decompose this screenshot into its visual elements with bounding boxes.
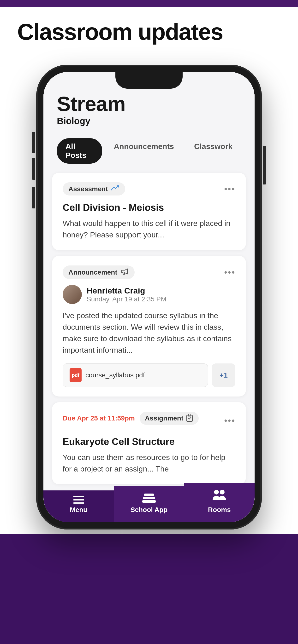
assignment-tag-row: Due Apr 25 at 11:59pm Assignment [63, 412, 235, 430]
svg-rect-3 [142, 500, 156, 503]
author-avatar [63, 285, 82, 304]
announcement-icon [120, 268, 129, 277]
pdf-icon: pdf [70, 368, 82, 382]
screen-content: Stream Biology All Posts Announcements C… [43, 72, 255, 522]
announcement-tag-row: Announcement ••• [63, 266, 235, 279]
assignment-tag-text: Assignment [145, 414, 183, 422]
rooms-nav-item[interactable]: Rooms [184, 483, 255, 522]
announcement-tag: Announcement [63, 266, 135, 279]
announcement-tag-text: Announcement [68, 268, 117, 276]
card-tag-row: Assessment ••• [63, 182, 235, 196]
assignment-card-body: You can use them as resources to go to f… [63, 452, 235, 474]
announcement-more-button[interactable]: ••• [224, 268, 235, 278]
author-name: Henrietta Craig [87, 286, 167, 296]
school-app-nav-item[interactable]: School App [114, 486, 184, 522]
attachment-more-button[interactable]: +1 [212, 364, 235, 387]
assessment-tag-text: Assessment [68, 185, 108, 193]
phone-mockup: Stream Biology All Posts Announcements C… [36, 65, 262, 530]
rooms-label: Rooms [208, 506, 231, 514]
author-info: Henrietta Craig Sunday, Apr 19 at 2:35 P… [87, 286, 167, 303]
announcement-card: Announcement ••• [52, 256, 246, 396]
bottom-nav: Menu School App [43, 474, 255, 522]
author-row: Henrietta Craig Sunday, Apr 19 at 2:35 P… [63, 285, 235, 304]
top-bar [0, 0, 298, 7]
assignment-card-title: Eukaryote Cell Structure [63, 435, 235, 448]
attachment-item[interactable]: pdf course_syllabus.pdf [63, 364, 208, 387]
menu-nav-item[interactable]: Menu [43, 490, 114, 522]
phone-notch [115, 72, 183, 89]
assignment-tag: Assignment [140, 412, 199, 425]
page-title: Classroom updates [17, 19, 223, 44]
attachment-row: pdf course_syllabus.pdf +1 [63, 364, 235, 387]
tab-classwork[interactable]: Classwork [186, 138, 241, 164]
assessment-icon [111, 185, 119, 193]
svg-point-5 [220, 490, 225, 494]
stream-subtitle: Biology [57, 116, 241, 126]
due-row: Due Apr 25 at 11:59pm Assignment [63, 412, 199, 425]
stream-title: Stream [57, 94, 241, 114]
svg-point-4 [214, 490, 219, 494]
assessment-tag: Assessment [63, 182, 125, 196]
cards-area: Assessment ••• [43, 170, 255, 486]
tab-all-posts[interactable]: All Posts [57, 138, 102, 164]
assessment-card-body: What would happen to this cell if it wer… [63, 218, 235, 240]
rooms-icon [212, 489, 226, 504]
phone-screen: Stream Biology All Posts Announcements C… [43, 72, 255, 522]
assignment-more-button[interactable]: ••• [224, 416, 235, 426]
assessment-card-title: Cell Division - Meiosis [63, 201, 235, 214]
school-app-label: School App [130, 506, 168, 514]
tab-announcements[interactable]: Announcements [105, 138, 183, 164]
due-label: Due Apr 25 at 11:59pm [63, 414, 135, 422]
menu-icon [73, 496, 84, 504]
author-date: Sunday, Apr 19 at 2:35 PM [87, 296, 167, 303]
card-more-button[interactable]: ••• [224, 184, 235, 194]
bottom-purple-section [0, 534, 298, 644]
school-app-icon [142, 492, 156, 504]
assignment-icon [186, 414, 193, 423]
svg-rect-1 [144, 494, 154, 496]
svg-rect-2 [143, 497, 155, 499]
phone-shell: Stream Biology All Posts Announcements C… [36, 65, 262, 530]
attachment-name: course_syllabus.pdf [85, 371, 145, 379]
announcement-card-body: I've posted the updated course syllabus … [63, 310, 235, 356]
tab-bar: All Posts Announcements Classwork [43, 134, 255, 170]
menu-label: Menu [70, 506, 87, 514]
assessment-card: Assessment ••• [52, 173, 246, 250]
assignment-card: Due Apr 25 at 11:59pm Assignment [52, 402, 246, 484]
